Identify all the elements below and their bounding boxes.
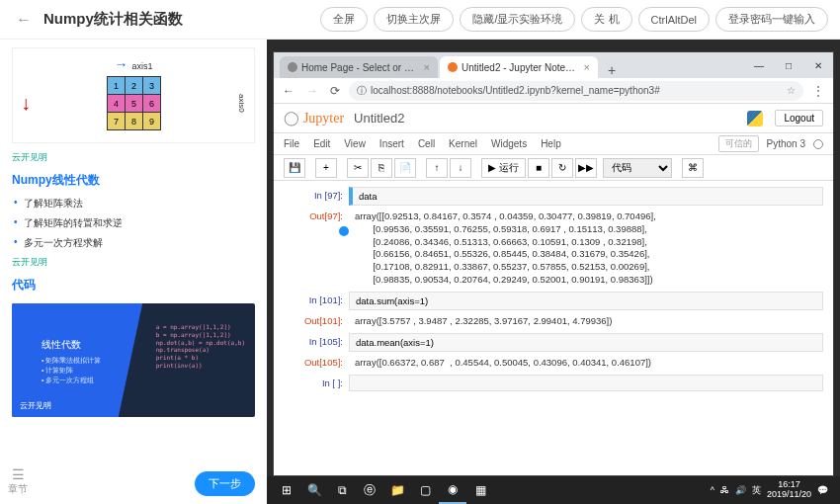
- minimize-icon[interactable]: —: [744, 52, 774, 78]
- address-bar: ← → ⟳ ⓘ localhost:8888/notebooks/Untitle…: [274, 78, 833, 104]
- stop-icon[interactable]: ■: [528, 158, 549, 178]
- notebook-title[interactable]: Untitled2: [354, 111, 404, 126]
- bookmark-icon[interactable]: ☆: [787, 85, 796, 96]
- jupyter-logo-icon[interactable]: ◯ Jupyter: [284, 110, 344, 126]
- next-button[interactable]: 下一步: [195, 471, 255, 496]
- jupyter-toolbar: 💾 + ✂ ⎘ 📄 ↑ ↓ ▶ 运行 ■ ↻ ▶▶ 代码 ⌘: [274, 155, 833, 181]
- ie-icon[interactable]: ⓔ: [356, 476, 383, 504]
- menu-edit[interactable]: Edit: [313, 138, 330, 149]
- notebook-cell[interactable]: In [105]:data.mean(axis=1): [284, 333, 823, 352]
- python-logo-icon: [747, 111, 763, 126]
- code-output: array([3.5757 , 3.9487 , 2.32285, 3.9716…: [349, 312, 823, 331]
- paste-password-button[interactable]: 登录密码一键输入: [715, 7, 828, 32]
- add-cell-icon[interactable]: +: [315, 158, 337, 178]
- move-down-icon[interactable]: ↓: [450, 158, 471, 178]
- search-icon[interactable]: 🔍: [300, 476, 328, 504]
- cut-icon[interactable]: ✂: [347, 158, 369, 178]
- copy-icon[interactable]: ⎘: [371, 158, 392, 178]
- notifications-icon[interactable]: 💬: [817, 485, 828, 495]
- maximize-icon[interactable]: □: [774, 52, 803, 78]
- command-palette-icon[interactable]: ⌘: [682, 158, 704, 178]
- menu-insert[interactable]: Insert: [379, 138, 404, 149]
- fast-forward-icon[interactable]: ▶▶: [575, 158, 597, 178]
- new-tab-button[interactable]: +: [600, 62, 624, 78]
- fullscreen-button[interactable]: 全屏: [320, 7, 368, 32]
- back-arrow-icon[interactable]: ←: [12, 11, 36, 29]
- code-input[interactable]: data: [349, 187, 823, 206]
- bullet-item: 多元一次方程求解: [24, 236, 255, 250]
- chrome-icon[interactable]: ◉: [439, 476, 466, 504]
- menu-icon[interactable]: ⋮: [809, 84, 827, 98]
- code-input[interactable]: data.sum(axis=1): [349, 292, 823, 310]
- ime-lang[interactable]: 英: [752, 484, 761, 497]
- logout-button[interactable]: Logout: [775, 110, 823, 126]
- restart-icon[interactable]: ↻: [551, 158, 573, 178]
- menu-help[interactable]: Help: [541, 138, 561, 149]
- slide-bullets: • 矩阵乘法模拟计算 • 计算矩阵 • 多元一次方程组: [42, 356, 101, 384]
- nav-back-icon[interactable]: ←: [280, 84, 297, 98]
- notebook-cell[interactable]: Out[105]:array([0.66372, 0.687 , 0.45544…: [284, 354, 823, 373]
- system-tray: ^ 🖧 🔊 英 16:17 2019/11/20 💬: [711, 480, 834, 500]
- reload-icon[interactable]: ⟳: [327, 84, 343, 98]
- trusted-badge[interactable]: 可信的: [718, 135, 759, 152]
- tab-notebook[interactable]: Untitled2 - Jupyter Notebook ×: [440, 56, 598, 78]
- text-cursor-icon: [337, 224, 351, 238]
- toggle-env-button[interactable]: 隐藏/显示实验环境: [460, 7, 575, 32]
- in-prompt: In [97]:: [284, 187, 349, 206]
- slide-brand: 云开见明: [20, 400, 51, 411]
- tab-favicon-icon: [448, 62, 458, 72]
- code-input[interactable]: data.mean(axis=1): [349, 333, 823, 352]
- run-button[interactable]: ▶ 运行: [481, 158, 526, 178]
- notebook-cell[interactable]: In [101]:data.sum(axis=1): [284, 292, 823, 310]
- url-field[interactable]: ⓘ localhost:8888/notebooks/Untitled2.ipy…: [349, 81, 803, 101]
- swap-screen-button[interactable]: 切换主次屏: [374, 7, 454, 32]
- menu-cell[interactable]: Cell: [418, 138, 435, 149]
- ctrl-alt-del-button[interactable]: CtrlAltDel: [638, 7, 710, 32]
- kernel-name[interactable]: Python 3: [767, 138, 805, 149]
- close-window-icon[interactable]: ✕: [803, 52, 833, 78]
- start-icon[interactable]: ⊞: [273, 476, 300, 504]
- brand-tag: 云开见明: [12, 256, 255, 269]
- save-icon[interactable]: 💾: [284, 158, 305, 178]
- terminal-icon[interactable]: ▢: [411, 476, 439, 504]
- chapter-button[interactable]: ☰ 章节: [8, 466, 28, 496]
- tab-home[interactable]: Home Page - Select or create ×: [280, 56, 438, 78]
- shutdown-button[interactable]: 关 机: [581, 7, 631, 32]
- app-icon[interactable]: ▦: [466, 476, 494, 504]
- top-header: ← Numpy统计相关函数 全屏 切换主次屏 隐藏/显示实验环境 关 机 Ctr…: [0, 0, 840, 40]
- notebook-cell[interactable]: Out[101]:array([3.5757 , 3.9487 , 2.3228…: [284, 312, 823, 331]
- code-input[interactable]: [349, 375, 823, 391]
- notebook-cell[interactable]: In [97]:data: [284, 187, 823, 206]
- menu-view[interactable]: View: [344, 138, 366, 149]
- paste-icon[interactable]: 📄: [394, 158, 416, 178]
- kernel-indicator-icon: [813, 139, 823, 149]
- nav-forward-icon[interactable]: →: [303, 84, 321, 98]
- menu-widgets[interactable]: Widgets: [491, 138, 527, 149]
- cell-type-select[interactable]: 代码: [603, 158, 672, 178]
- clock[interactable]: 16:17 2019/11/20: [767, 480, 811, 500]
- volume-icon[interactable]: 🔊: [735, 485, 746, 495]
- network-icon[interactable]: 🖧: [720, 485, 729, 495]
- close-icon[interactable]: ×: [584, 61, 590, 73]
- bullet-item: 了解矩阵乘法: [24, 197, 255, 210]
- windows-taskbar: ⊞ 🔍 ⧉ ⓔ 📁 ▢ ◉ ▦ ^ 🖧 🔊 英 16:17 2019/11/20…: [267, 476, 840, 504]
- grid-table: 123 456 789: [107, 76, 161, 130]
- menu-file[interactable]: File: [284, 138, 299, 149]
- notebook-cell[interactable]: Out[97]:array([[0.92513, 0.84167, 0.3574…: [284, 208, 823, 290]
- code-slide: 线性代数 • 矩阵乘法模拟计算 • 计算矩阵 • 多元一次方程组 a = np.…: [12, 303, 255, 417]
- slide-code: a = np.array([1,1,2]) b = np.array([1,1,…: [156, 323, 245, 370]
- close-icon[interactable]: ×: [424, 61, 430, 73]
- out-prompt: Out[101]:: [284, 312, 349, 331]
- notebook-body[interactable]: In [97]:dataOut[97]:array([[0.92513, 0.8…: [274, 181, 833, 475]
- task-view-icon[interactable]: ⧉: [328, 476, 356, 504]
- section-code: 代码: [12, 277, 255, 294]
- axis1-arrow-icon: → axis1: [21, 56, 246, 72]
- menu-kernel[interactable]: Kernel: [449, 138, 477, 149]
- browser-tabs: Home Page - Select or create × Untitled2…: [274, 52, 833, 78]
- tray-chevron-icon[interactable]: ^: [711, 485, 714, 495]
- top-buttons: 全屏 切换主次屏 隐藏/显示实验环境 关 机 CtrlAltDel 登录密码一键…: [320, 7, 828, 32]
- notebook-cell[interactable]: In [ ]:: [284, 375, 823, 391]
- section-linear-algebra: Numpy线性代数: [12, 172, 255, 189]
- move-up-icon[interactable]: ↑: [426, 158, 448, 178]
- explorer-icon[interactable]: 📁: [383, 476, 411, 504]
